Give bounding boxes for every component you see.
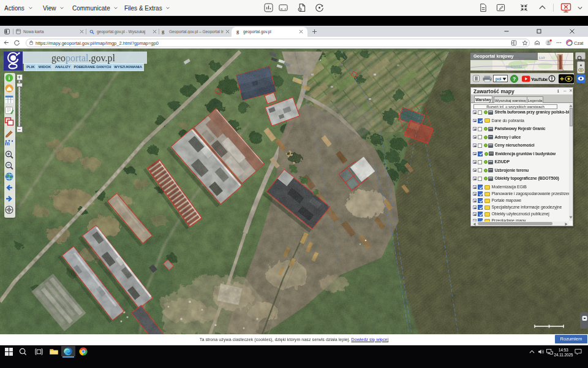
svg-text:Wielkopolska: Wielkopolska <box>506 66 522 69</box>
svg-text:YouTube: YouTube <box>531 76 548 82</box>
svg-text:?: ? <box>513 75 516 82</box>
svg-text:Łódź: Łódź <box>539 56 546 59</box>
